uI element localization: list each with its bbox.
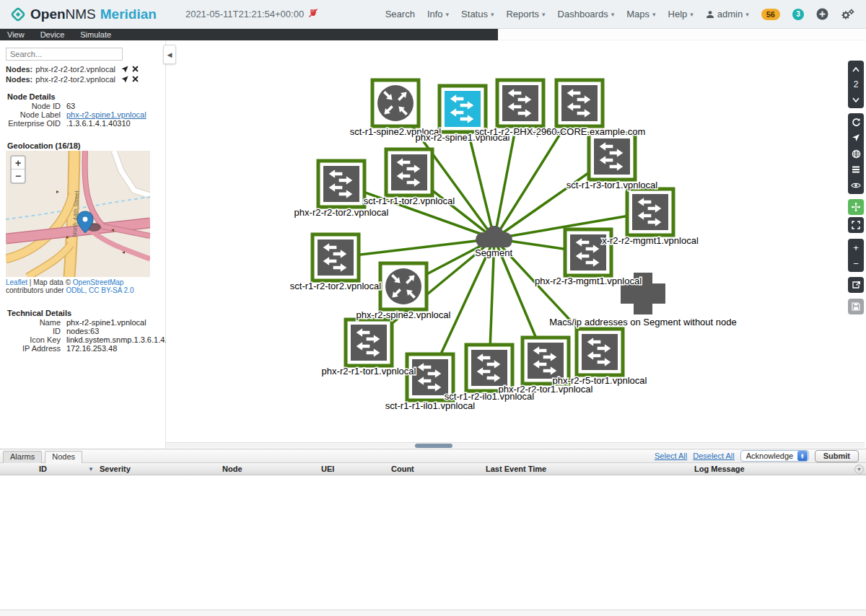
center-on-node-icon[interactable] [121,76,128,83]
alarm-action-select[interactable]: Acknowledge ▲▼ [740,450,809,462]
topology-node-sct-r1-spine2-vpnlocal[interactable] [372,80,419,126]
nav-item-search[interactable]: Search [385,9,415,19]
center-view-button[interactable] [848,130,864,146]
technical-details-rows: Namephx-r2-spine1.vpnlocalIDnodes:63Icon… [0,318,165,353]
detail-label: Name [0,318,66,327]
expand-icon [852,221,860,229]
topology-node-phx-r2-spine2-vpnlocal[interactable] [380,263,427,309]
users-badge[interactable]: 3 [792,9,804,20]
map-scrollbar-thumb[interactable] [415,444,452,448]
szl-level: 2 [848,77,864,92]
nav-item-help[interactable]: Help▾ [668,9,694,19]
topology-node-sct-r1-r1-tor2-vpnlocal[interactable] [386,149,432,195]
map-zoom-out-button[interactable]: − [12,170,25,182]
column-header-node[interactable]: Node [219,463,318,475]
navbar-menu: SearchInfo▾Status▾Reports▾Dashboards▾Map… [385,8,854,20]
detail-label: Icon Key [0,335,66,344]
menubar-item-device[interactable]: Device [40,30,65,39]
brand[interactable]: OpenNMS Meridian [10,6,157,22]
sidebar-collapse-button[interactable]: ◀ [163,45,176,64]
map-tiles: North 44th Street [6,151,150,277]
leaflet-link[interactable]: Leaflet [6,278,27,286]
topology-node-label: Macs/ip addresses on Segment without nod… [549,317,736,327]
remove-from-focus-icon[interactable] [132,76,139,82]
topology-node-sct-r1-r3-tor1-vpnlocal[interactable] [589,133,635,180]
zoom-buttons-group: + − [848,239,864,272]
detail-value: 172.16.253.48 [66,344,117,353]
plus-circle-icon [816,8,828,20]
column-header-uei[interactable]: UEI [318,463,388,475]
detail-label: Node Label [0,110,66,119]
fit-to-screen-button[interactable] [848,217,864,233]
topology-canvas[interactable]: ◀ sct-r1-spine2.vpnlocalphx-r2-spine1.vp… [166,40,866,449]
chevron-down-icon: ▾ [652,11,656,18]
detail-value-link[interactable]: phx-r2-spine1.vpnlocal [66,110,146,119]
nav-item-status[interactable]: Status▾ [461,9,494,19]
layers-button[interactable] [848,162,864,177]
license-link[interactable]: ODbL, CC BY-SA 2.0 [66,286,134,294]
column-header-id[interactable]: ID▼ [36,463,97,475]
select-stepper-icon: ▲▼ [797,451,808,461]
detail-label: ID [0,327,66,335]
szl-up-button[interactable] [848,61,864,77]
highlight-focus-button[interactable] [848,177,864,193]
topology-node-sct-r1-r2-tor1-vpnlocal[interactable] [497,80,543,126]
topology-node-x-r2-r2-mgmt1-vpnlocal[interactable] [627,189,673,235]
szl-down-button[interactable] [848,92,864,107]
geolocation-map[interactable]: North 44th Street + − [6,151,150,277]
center-on-node-icon[interactable] [121,66,128,73]
search-input[interactable] [6,48,123,61]
topology-node-sct-r1-r2-tor2-vpnlocal[interactable] [312,234,359,281]
user-menu[interactable]: admin ▾ [706,9,749,19]
notices-badge[interactable]: 56 [761,9,780,20]
column-header-log-message[interactable]: Log Message [691,463,866,475]
topology-node-phx-r2-r2-tor2-vpnlocal[interactable] [318,161,364,207]
refresh-button[interactable] [848,114,864,130]
column-label: Count [391,465,414,473]
save-layout-button[interactable] [848,299,864,314]
user-icon [706,10,714,19]
settings-button[interactable] [841,9,854,20]
submit-button[interactable]: Submit [815,450,859,462]
remove-from-focus-icon[interactable] [132,66,139,72]
detail-label: Enterprise OID [0,119,66,128]
column-label: Last Event Time [486,465,546,473]
menubar-item-simulate[interactable]: Simulate [80,30,111,39]
nav-item-reports[interactable]: Reports▾ [506,9,545,19]
focus-node-list: Nodes:phx-r2-r2-tor2.vpnlocalNodes:phx-r… [6,64,160,84]
zoom-out-button[interactable]: − [848,255,864,271]
openstreetmap-link[interactable]: OpenStreetMap [73,278,124,286]
brand-open: Open [30,6,66,22]
column-header-count[interactable]: Count [388,463,483,475]
chevron-down-icon: ▾ [611,11,615,18]
navbar-timestamp: 2021-05-11T21:21:54+00:00 [185,9,304,19]
column-settings-button[interactable]: ▼ [854,465,864,474]
topology-node-phx-r2-spine1-vpnlocal[interactable] [439,86,486,132]
menubar-item-view[interactable]: View [7,30,25,39]
nav-item-info[interactable]: Info▾ [427,9,449,19]
topology-node-phx-r2-r5-tor1-vpnlocal[interactable] [577,329,623,375]
topology-node-phx-r2-r1-tor1-vpnlocal[interactable] [346,320,392,366]
tab-nodes[interactable]: Nodes [45,451,82,463]
map-zoom-in-button[interactable]: + [12,157,25,170]
detail-value: .1.3.6.1.4.1.40310 [66,119,131,128]
topology-node-label: x-r2-r2-mgmt1.vpnlocal [602,235,699,246]
column-header-last-event-time[interactable]: Last Event Time [483,463,691,475]
share-button[interactable] [848,277,864,293]
column-header-severity[interactable]: Severity [97,463,219,475]
nav-item-maps[interactable]: Maps▾ [626,9,655,19]
zoom-in-button[interactable]: + [848,239,864,255]
quick-add-button[interactable] [816,8,828,20]
detail-row: Enterprise OID.1.3.6.1.4.1.40310 [0,119,162,128]
show-entire-map-button[interactable] [848,146,864,162]
focus-node-label: phx-r2-r2-tor2.vpnlocal [35,65,115,74]
alarm-table-header: ID▼SeverityNodeUEICountLast Event TimeLo… [0,463,866,475]
select-all-link[interactable]: Select All [655,452,687,460]
gears-icon [841,9,854,20]
tab-alarms[interactable]: Alarms [3,451,42,463]
deselect-all-link[interactable]: Deselect All [693,452,734,460]
nav-item-dashboards[interactable]: Dashboards▾ [558,9,615,19]
pan-mode-button[interactable] [848,199,864,215]
topology-node-phx-2960-core-example-com[interactable] [556,80,603,126]
geolocation-title: Geolocation (16/18) [7,141,80,150]
